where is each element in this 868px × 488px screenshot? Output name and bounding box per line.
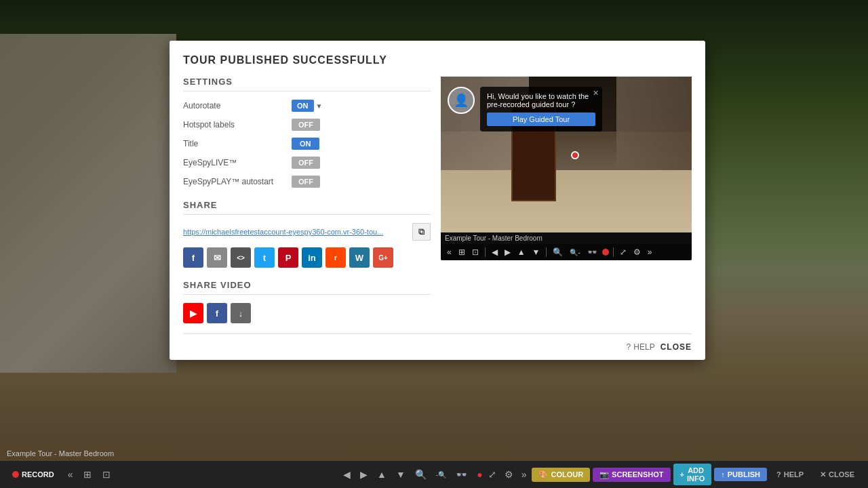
share-wordpress-icon[interactable]: W: [349, 247, 370, 268]
share-reddit-icon[interactable]: r: [326, 247, 346, 268]
copy-url-button[interactable]: ⧉: [412, 223, 431, 241]
share-pinterest-icon[interactable]: P: [278, 247, 298, 268]
share-email-icon[interactable]: ✉: [207, 247, 227, 268]
modal-body: SETTINGS Autorotate ON ▼ Hotspot labels …: [183, 77, 692, 323]
toolbar-down[interactable]: ▼: [393, 468, 408, 481]
toolbar-next[interactable]: »: [519, 468, 530, 481]
record-dot: [12, 471, 19, 478]
toolbar-up[interactable]: ▲: [374, 468, 389, 481]
share-linkedin-icon[interactable]: in: [302, 247, 322, 268]
modal-title: TOUR PUBLISHED SUCCESSFULLY: [183, 54, 692, 66]
share-embed-icon[interactable]: <>: [231, 247, 251, 268]
publish-button[interactable]: ↑ PUBLISH: [714, 468, 767, 481]
play-icon[interactable]: ▶: [502, 247, 513, 258]
up-icon[interactable]: ▲: [515, 247, 528, 258]
colour-button[interactable]: 🎨 COLOUR: [532, 468, 590, 482]
espyplay-toggle[interactable]: OFF: [292, 176, 320, 188]
toolbar-help-label: HELP: [784, 470, 804, 479]
preview-image: 👤 ✕ Hi, Would you like to watch the pre-…: [441, 77, 692, 232]
share-google-icon[interactable]: G+: [373, 247, 393, 268]
autorotate-control[interactable]: ON ▼: [292, 100, 322, 112]
separator-3: [613, 247, 614, 257]
autorotate-value[interactable]: ON: [292, 100, 314, 112]
modal-close-button[interactable]: CLOSE: [660, 342, 692, 352]
record-label: RECORD: [22, 470, 54, 479]
bottom-toolbar: RECORD « ⊞ ⊡ ◀ ▶ ▲ ▼ 🔍 -🔍 👓 ● ⤢ ⚙ » 🎨 CO…: [0, 461, 868, 488]
toolbar-settings2[interactable]: ⚙: [502, 468, 516, 481]
toolbar-help-icon: ?: [776, 470, 781, 479]
toolbar-zoom-out[interactable]: -🔍: [433, 470, 449, 480]
hotspot-toggle[interactable]: OFF: [292, 119, 320, 131]
autorotate-arrow: ▼: [316, 102, 323, 110]
share-video-facebook-icon[interactable]: f: [207, 303, 227, 323]
grid-icon[interactable]: ⊞: [456, 247, 467, 258]
modal-help-button[interactable]: ? HELP: [627, 342, 655, 352]
toolbar-help-button[interactable]: ? HELP: [770, 468, 810, 481]
play-guided-tour-button[interactable]: Play Guided Tour: [487, 113, 595, 126]
prev-prev-icon[interactable]: «: [445, 247, 454, 258]
share-section: SHARE https://michaelsfreetestaccount-ey…: [183, 200, 431, 268]
toolbar-play[interactable]: ▶: [357, 468, 370, 481]
toolbar-expand[interactable]: ⤢: [486, 468, 499, 481]
settings-row-autorotate: Autorotate ON ▼: [183, 100, 431, 112]
share-url-row: https://michaelsfreetestaccount-eyespy36…: [183, 223, 431, 241]
share-facebook-icon[interactable]: f: [183, 247, 203, 268]
screenshot-label: SCREENSHOT: [612, 470, 663, 479]
toolbar-record-dot[interactable]: ●: [474, 468, 485, 481]
autorotate-label: Autorotate: [183, 101, 292, 110]
espylive-label: EyeSpyLIVE™: [183, 158, 292, 167]
share-video-header: SHARE VIDEO: [183, 280, 431, 295]
separator-1: [485, 247, 486, 257]
espylive-toggle[interactable]: OFF: [292, 157, 320, 169]
toolbar-scenes[interactable]: ⊡: [100, 468, 113, 481]
toolbar-zoom-in[interactable]: 🔍: [412, 468, 429, 481]
next-next-icon[interactable]: »: [646, 247, 654, 258]
title-toggle[interactable]: ON: [292, 138, 319, 150]
guided-tour-popup: 👤 ✕ Hi, Would you like to watch the pre-…: [448, 87, 602, 131]
settings-header: SETTINGS: [183, 77, 431, 92]
settings-row-espylive: EyeSpyLIVE™ OFF: [183, 157, 431, 169]
zoom-out-icon[interactable]: 🔍-: [568, 248, 582, 257]
publish-modal: TOUR PUBLISHED SUCCESSFULLY SETTINGS Aut…: [170, 41, 705, 360]
share-url[interactable]: https://michaelsfreetestaccount-eyespy36…: [183, 228, 408, 236]
preview-container: 👤 ✕ Hi, Would you like to watch the pre-…: [441, 77, 692, 260]
addinfo-button[interactable]: + ADD INFO: [673, 464, 712, 485]
settings-row-hotspot: Hotspot labels OFF: [183, 119, 431, 131]
fullscreen-icon[interactable]: ⊡: [470, 247, 481, 258]
colour-icon: 🎨: [538, 470, 548, 479]
toolbar-nav-prev[interactable]: «: [65, 468, 76, 481]
share-download-icon[interactable]: ↓: [231, 303, 251, 323]
publish-label: PUBLISH: [728, 470, 760, 479]
toolbar-vr[interactable]: 👓: [453, 468, 470, 481]
settings-icon[interactable]: ⚙: [631, 247, 643, 258]
guided-avatar: 👤: [448, 87, 475, 114]
share-youtube-icon[interactable]: ▶: [183, 303, 203, 323]
expand-icon[interactable]: ⤢: [618, 247, 629, 258]
vr-icon[interactable]: 👓: [585, 247, 599, 258]
hotspot-label: Hotspot labels: [183, 120, 292, 129]
preview-panel: 👤 ✕ Hi, Would you like to watch the pre-…: [441, 77, 692, 323]
colour-label: COLOUR: [551, 470, 583, 479]
settings-row-espyplay: EyeSpyPLAY™ autostart OFF: [183, 176, 431, 188]
modal-footer: ? HELP CLOSE: [183, 333, 692, 360]
guided-bubble: ✕ Hi, Would you like to watch the pre-re…: [480, 87, 602, 131]
share-video-section: SHARE VIDEO ▶ f ↓: [183, 280, 431, 323]
zoom-in-icon[interactable]: 🔍: [551, 247, 565, 258]
share-twitter-icon[interactable]: t: [254, 247, 275, 268]
settings-row-title: Title ON: [183, 138, 431, 150]
help-icon: ?: [627, 342, 631, 352]
toolbar-close-label: CLOSE: [829, 470, 854, 479]
screenshot-icon: 📷: [599, 470, 609, 479]
toolbar-close-icon: ✕: [820, 470, 826, 479]
toolbar-prev[interactable]: ◀: [340, 468, 353, 481]
toolbar-center: ◀ ▶ ▲ ▼ 🔍 -🔍 👓 ●: [340, 468, 486, 481]
screenshot-button[interactable]: 📷 SCREENSHOT: [593, 468, 670, 482]
publish-icon: ↑: [721, 470, 725, 479]
guided-bubble-close[interactable]: ✕: [593, 89, 599, 98]
toolbar-close-button[interactable]: ✕ CLOSE: [813, 468, 861, 482]
record-indicator[interactable]: [602, 249, 609, 256]
record-button[interactable]: RECORD: [7, 468, 60, 481]
toolbar-grid[interactable]: ⊞: [81, 468, 94, 481]
prev-icon[interactable]: ◀: [490, 247, 500, 258]
down-icon[interactable]: ▼: [530, 247, 542, 258]
